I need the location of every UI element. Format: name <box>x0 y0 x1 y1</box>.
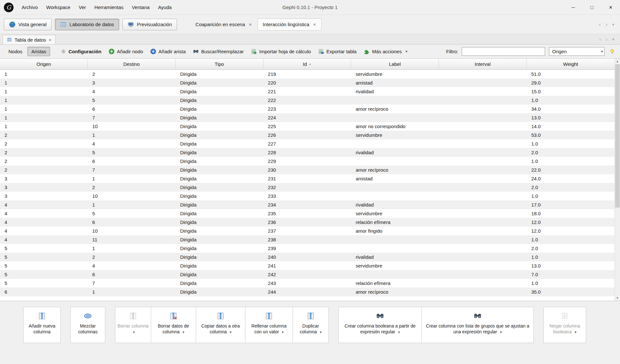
scrollbar-thumb[interactable] <box>615 64 620 207</box>
cell-interval <box>439 288 527 296</box>
table-row[interactable]: 410Dirigida237amor fingido12.0 <box>0 227 615 235</box>
menu-ver[interactable]: Ver <box>75 0 90 15</box>
aristas-button[interactable]: Aristas <box>27 47 50 56</box>
column-header-id[interactable]: Id▲ <box>264 59 351 69</box>
menu-workspace[interactable]: Workspace <box>42 0 75 15</box>
scroll-tabs-right-icon[interactable]: › <box>605 22 607 27</box>
table-row[interactable]: 21Dirigida226servidumbre53.0 <box>0 131 615 139</box>
column-header-tipo[interactable]: Tipo <box>176 59 264 69</box>
column-header-origen[interactable]: Origen <box>0 59 88 69</box>
vertical-scrollbar[interactable]: ▲ ▼ <box>615 59 620 301</box>
close-icon[interactable]: × <box>49 37 52 42</box>
menu-ayuda[interactable]: Ayuda <box>154 0 176 15</box>
table-row[interactable]: 15Dirigida2221.0 <box>0 96 615 105</box>
column-header-weight[interactable]: Weight <box>527 59 615 69</box>
configuracion-button[interactable]: Configuración <box>58 47 104 56</box>
filter-column-selector[interactable]: Origen ▾ <box>549 47 604 56</box>
table-row[interactable]: 26Dirigida2291.0 <box>0 157 615 166</box>
cell-label: relación efímera <box>351 218 439 227</box>
table-row[interactable]: 17Dirigida22413.0 <box>0 113 615 122</box>
table-row[interactable]: 16Dirigida223amor recíproco34.0 <box>0 105 615 113</box>
table-row[interactable]: 110Dirigida225amor no correspondido14.0 <box>0 122 615 131</box>
action-borrar-datos-de-columna[interactable]: Borrar datos de columna ▾ <box>151 307 196 343</box>
cell-interval <box>439 244 527 253</box>
scroll-tabs-right-icon[interactable]: › <box>606 37 607 42</box>
cell-label <box>351 235 439 244</box>
cell-destino: 1 <box>88 131 176 139</box>
table-row[interactable]: 52Dirigida240rivalidad1.0 <box>0 253 615 261</box>
workspace-tab-interaccion-linguistica[interactable]: Interacción lingüística× <box>257 18 322 31</box>
cell-id: 226 <box>264 131 351 139</box>
table-row[interactable]: 13Dirigida220amistad29.0 <box>0 78 615 87</box>
table-row[interactable]: 25Dirigida228rivalidad2.0 <box>0 148 615 157</box>
maximize-button[interactable]: □ <box>583 0 601 15</box>
table-row[interactable]: 32Dirigida2322.0 <box>0 183 615 192</box>
table-row[interactable]: 310Dirigida2331.0 <box>0 192 615 200</box>
minimize-button[interactable]: ─ <box>564 0 583 15</box>
importar-hoja-button[interactable]: Importar hoja de cálculo <box>248 47 314 56</box>
action-duplicar-columna[interactable]: Duplicar columna ▾ <box>293 307 329 343</box>
menu-ventana[interactable]: Ventana <box>128 0 154 15</box>
cell-id: 244 <box>264 288 351 296</box>
table-row[interactable]: 45Dirigida235servidumbre18.0 <box>0 209 615 218</box>
table-row[interactable]: 57Dirigida243relación efímera1.0 <box>0 279 615 288</box>
lightbulb-icon[interactable] <box>609 48 615 55</box>
table-row[interactable]: 411Dirigida2381.0 <box>0 235 615 244</box>
scroll-up-icon[interactable]: ▲ <box>615 59 620 64</box>
cell-destino: 1 <box>88 288 176 296</box>
table-row[interactable]: 51Dirigida2392.0 <box>0 244 615 253</box>
action-copiar-datos-a-otra-columna[interactable]: Copiar datos a otra columna ▾ <box>196 307 245 343</box>
table-row[interactable]: 24Dirigida2271.0 <box>0 139 615 148</box>
datatable-tab-strip: Tabla de datos × ‹ › ▾ <box>0 34 620 45</box>
buscar-reemplazar-button[interactable]: Buscar/Reemplazar <box>190 47 247 56</box>
titlebar: G ArchivoWorkspaceVerHerramientasVentana… <box>0 0 620 15</box>
action-rellenar-columna-con-un-valor[interactable]: Rellenar columna con un valor ▾ <box>245 307 293 343</box>
table-row[interactable]: 14Dirigida221rivalidad15.0 <box>0 87 615 96</box>
table-row[interactable]: 61Dirigida244amor recíproco35.0 <box>0 288 615 296</box>
close-button[interactable]: × <box>601 0 620 15</box>
tab-tabla-de-datos[interactable]: Tabla de datos × <box>3 35 56 44</box>
chevron-down-icon: ▾ <box>398 330 400 334</box>
tab-list-chevron-icon[interactable]: ▾ <box>612 23 614 26</box>
action-crear-columna-booleana[interactable]: Crear columna booleana a partir de expre… <box>338 307 422 343</box>
action-crear-columna-grupos[interactable]: Crear columna con lista de grupos que se… <box>421 307 534 343</box>
menu-archivo[interactable]: Archivo <box>17 0 42 15</box>
table-row[interactable]: 41Dirigida234rivalidad17.0 <box>0 200 615 209</box>
filter-input[interactable] <box>462 47 545 56</box>
cell-interval <box>439 131 527 139</box>
column-header-label[interactable]: Label <box>351 59 439 69</box>
view-tab-previsualizacion[interactable]: Previsualización <box>122 19 177 30</box>
cell-interval <box>439 70 527 78</box>
scroll-tabs-left-icon[interactable]: ‹ <box>599 22 601 27</box>
column-header-interval[interactable]: Interval <box>439 59 527 69</box>
table-row[interactable]: 12Dirigida219servidumbre51.0 <box>0 70 615 78</box>
cell-weight: 1.0 <box>527 96 615 105</box>
action-anadir-nueva-columna[interactable]: Añadir nueva columna <box>23 307 61 343</box>
workspace-tab-coaparicion-en-escena[interactable]: Coaparición en escena× <box>190 18 257 31</box>
table-row[interactable]: 54Dirigida241servidumbre13.0 <box>0 261 615 270</box>
table-row[interactable]: 56Dirigida2427.0 <box>0 270 615 279</box>
column-header-destino[interactable]: Destino <box>88 59 176 69</box>
scroll-tabs-left-icon[interactable]: ‹ <box>599 37 601 42</box>
anadir-arista-button[interactable]: Añadir arista <box>147 47 189 56</box>
close-icon[interactable]: × <box>249 22 252 27</box>
tab-list-chevron-icon[interactable]: ▾ <box>612 37 614 41</box>
scrollbar-track[interactable] <box>615 64 620 295</box>
table-row[interactable]: 27Dirigida230amor recíproco22.0 <box>0 166 615 174</box>
table-row[interactable]: 46Dirigida236relación efímera12.0 <box>0 218 615 227</box>
cell-weight: 1.0 <box>527 235 615 244</box>
action-mezclar-columnas[interactable]: Mezclar columnas <box>70 307 105 343</box>
table-row[interactable]: 31Dirigida231amistad24.0 <box>0 174 615 183</box>
cell-label <box>351 139 439 148</box>
view-tab-laboratorio-de-datos[interactable]: Laboratorio de datos <box>55 19 119 30</box>
anadir-nodo-button[interactable]: Añadir nodo <box>106 47 146 56</box>
menu-herramientas[interactable]: Herramientas <box>90 0 128 15</box>
nodos-button[interactable]: Nodos <box>5 47 26 56</box>
view-tab-vista-general[interactable]: Vista general <box>4 19 52 30</box>
cell-id: 224 <box>264 113 351 122</box>
mas-acciones-button[interactable]: Más acciones ▾ <box>361 47 410 56</box>
close-icon[interactable]: × <box>313 22 316 27</box>
cell-destino: 2 <box>88 253 176 261</box>
exportar-tabla-button[interactable]: Exportar tabla <box>315 47 359 56</box>
scroll-down-icon[interactable]: ▼ <box>615 295 620 301</box>
